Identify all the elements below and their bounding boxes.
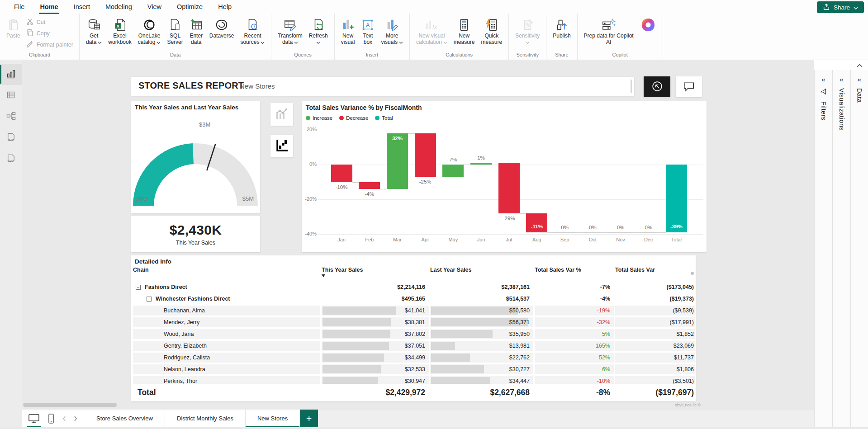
enter-data-button[interactable]: Enterdata: [186, 14, 206, 46]
waterfall-chart-switch-button[interactable]: [270, 135, 293, 157]
get-data-button[interactable]: Getdata: [83, 14, 105, 46]
menu-optimize[interactable]: Optimize: [169, 0, 210, 13]
dataverse-button[interactable]: Dataverse: [206, 14, 237, 40]
wf-bar-aug[interactable]: [526, 213, 547, 232]
tab-district-monthly-sales[interactable]: District Monthly Sales: [165, 410, 246, 427]
add-page-button[interactable]: +: [300, 410, 318, 427]
gridline: [318, 234, 703, 235]
share-button[interactable]: Share: [817, 1, 864, 13]
copilot-button[interactable]: [637, 14, 659, 33]
prep-data-for-copilot-ai-button[interactable]: Prep data for CopilotAI: [581, 14, 637, 46]
collapse-icon[interactable]: [147, 297, 152, 302]
table-row-rodriguez-calista[interactable]: Rodriguez, Calista$34,499$22,76252%$11,7…: [133, 351, 695, 363]
text-box-button[interactable]: ATextbox: [358, 14, 378, 46]
new-visual-calculation-button[interactable]: fxNew visualcalculation: [413, 14, 451, 46]
panel-rail-filters[interactable]: «Filters: [814, 70, 832, 429]
table-row-winchester-fashions-direct[interactable]: Winchester Fashions Direct$495,165$514,5…: [133, 292, 695, 304]
menu-insert[interactable]: Insert: [66, 0, 98, 13]
wf-bar-dec[interactable]: [638, 232, 659, 233]
column-header-last-year-sales[interactable]: Last Year Sales: [430, 265, 533, 280]
table-row-perkins-thor[interactable]: Perkins, Thor$30,947$34,447-10%($3,501): [133, 375, 695, 384]
transform-data-button[interactable]: Transformdata: [275, 14, 305, 46]
wf-bar-feb[interactable]: [359, 182, 380, 189]
report-title-visual[interactable]: STORE SALES REPORT New Stores: [131, 77, 634, 96]
sidebar-item-table-view[interactable]: [0, 85, 22, 106]
table-row-wood-jana[interactable]: Wood, Jana$37,802$35,9505%$1,852: [133, 328, 695, 339]
wf-connector: [547, 232, 554, 233]
recent-sources-button[interactable]: Recentsources: [237, 14, 268, 46]
wf-bar-jun[interactable]: [470, 163, 492, 165]
excel-workbook-button[interactable]: XExcelworkbook: [105, 14, 134, 46]
sidebar-item-tmdl-view[interactable]: TMDL: [0, 149, 22, 170]
wf-bar-oct[interactable]: [582, 232, 603, 233]
sidebar-item-model-view[interactable]: [0, 106, 22, 127]
tab-store-sales-overview[interactable]: Store Sales Overview: [85, 410, 165, 427]
cut-button[interactable]: Cut: [24, 17, 75, 27]
onelake-catalog-button[interactable]: OneLakecatalog: [135, 14, 164, 46]
sql-server-button[interactable]: SQLServer: [164, 14, 186, 46]
mobile-layout-icon[interactable]: [47, 413, 55, 424]
new-visual-button[interactable]: Newvisual: [338, 14, 358, 46]
table-scrollbar[interactable]: [691, 272, 694, 275]
sensitivity-button[interactable]: Sensitivity: [512, 14, 543, 46]
desktop-layout-icon[interactable]: [28, 413, 40, 424]
publish-button[interactable]: Publish: [550, 14, 574, 40]
variance-pct-cell: -4%: [535, 294, 614, 304]
sidebar-item-report-view[interactable]: [0, 64, 22, 85]
column-header-total-sales-var[interactable]: Total Sales Var: [615, 265, 697, 280]
x-axis-label: Dec: [636, 237, 661, 242]
next-page-icon[interactable]: [74, 416, 77, 421]
refresh-button[interactable]: Refresh: [306, 14, 331, 46]
menu-view[interactable]: View: [140, 0, 169, 13]
menu-file[interactable]: File: [6, 0, 32, 13]
panel-rail-data[interactable]: «Data: [850, 70, 868, 429]
waterfall-visual[interactable]: Total Sales Variance % by FiscalMonth In…: [302, 101, 707, 252]
wf-bar-apr[interactable]: [415, 133, 436, 177]
table-visual[interactable]: Detailed Info ChainThis Year SalesLast Y…: [131, 255, 696, 401]
wf-bar-nov[interactable]: [610, 232, 631, 233]
expand-panel-icon[interactable]: «: [821, 75, 825, 83]
paste-button[interactable]: Paste: [3, 14, 24, 40]
menu-help[interactable]: Help: [210, 0, 239, 13]
wf-bar-total[interactable]: [666, 165, 687, 232]
prev-page-icon[interactable]: [62, 416, 66, 421]
chevron-down-icon: [157, 39, 161, 46]
column-header-total-sales-var[interactable]: Total Sales Var %: [535, 265, 614, 280]
gauge-visual[interactable]: This Year Sales and Last Year Sales $3M …: [131, 101, 260, 213]
collapse-ribbon-icon[interactable]: [857, 62, 863, 69]
new-measure-button[interactable]: Newmeasure: [451, 14, 478, 46]
panel-rail-visualizations[interactable]: «Visualizations: [832, 70, 850, 429]
comments-button[interactable]: [676, 76, 702, 97]
card-visual[interactable]: $2,430K This Year Sales: [131, 216, 260, 252]
horizontal-scrollbar[interactable]: [23, 403, 117, 407]
tab-new-stores[interactable]: New Stores: [246, 410, 300, 427]
copy-button[interactable]: Copy: [24, 28, 75, 38]
table-row-mendez-jerry[interactable]: Mendez, Jerry$38,381$56,371-32%($17,991): [133, 316, 695, 328]
column-header-chain[interactable]: Chain: [133, 265, 320, 280]
menu-home[interactable]: Home: [32, 0, 66, 13]
table-row-gentry-elizabeth[interactable]: Gentry, Elizabeth$37,051$13,981165%$23,0…: [133, 339, 695, 351]
collapse-icon[interactable]: [136, 285, 141, 290]
wf-bar-jul[interactable]: [498, 163, 520, 213]
select-tool-button[interactable]: [644, 76, 670, 97]
table-row-fashions-direct[interactable]: Fashions Direct$2,214,116$2,387,161-7%($…: [133, 281, 695, 292]
x-axis-label: Jul: [497, 237, 521, 242]
wf-bar-jan[interactable]: [331, 165, 352, 182]
more-visuals-button[interactable]: Morevisuals: [378, 14, 406, 46]
table-row-nelson-leandra[interactable]: Nelson, Leandra$32,533$30,7276%$1,806: [133, 363, 695, 375]
wf-bar-may[interactable]: [442, 165, 464, 177]
expand-panel-icon[interactable]: «: [858, 75, 861, 83]
table-row-buchanan-alma[interactable]: Buchanan, Alma$41,041$50,580-19%($9,539): [133, 304, 695, 316]
expand-panel-icon[interactable]: «: [840, 75, 843, 83]
format-painter-button[interactable]: Format painter: [24, 40, 75, 49]
column-header-this-year-sales[interactable]: This Year Sales: [322, 265, 429, 280]
quick-measure-button[interactable]: Quickmeasure: [478, 14, 506, 46]
menu-modeling[interactable]: Modeling: [98, 0, 140, 13]
model-view-icon: [6, 112, 16, 122]
wf-bar-mar[interactable]: [387, 133, 408, 189]
sidebar-item-dax-query-view[interactable]: DAX: [0, 127, 22, 149]
combo-chart-switch-button[interactable]: [270, 103, 293, 126]
cell-value: $514,537: [506, 296, 530, 302]
title-scrollbar[interactable]: [631, 80, 632, 93]
wf-bar-sep[interactable]: [554, 232, 575, 233]
